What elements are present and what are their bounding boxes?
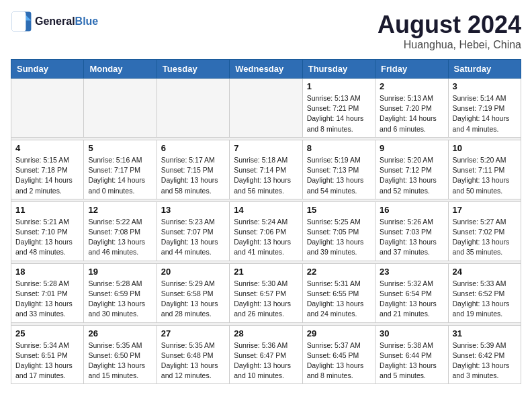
table-row: 5Sunrise: 5:16 AM Sunset: 7:17 PM Daylig… [84,140,157,199]
day-number: 23 [380,267,443,277]
day-number: 13 [161,205,225,215]
logo: GeneralBlue [11,11,98,32]
col-tuesday: Tuesday [157,60,229,79]
table-row: 1Sunrise: 5:13 AM Sunset: 7:21 PM Daylig… [302,79,375,138]
day-info: Sunrise: 5:28 AM Sunset: 7:01 PM Dayligh… [15,279,79,320]
day-info: Sunrise: 5:20 AM Sunset: 7:11 PM Dayligh… [453,155,517,196]
logo-icon [11,11,32,32]
day-info: Sunrise: 5:32 AM Sunset: 6:54 PM Dayligh… [380,279,443,320]
table-row: 23Sunrise: 5:32 AM Sunset: 6:54 PM Dayli… [375,263,448,322]
day-info: Sunrise: 5:35 AM Sunset: 6:50 PM Dayligh… [88,340,152,381]
day-number: 8 [307,143,371,153]
col-wednesday: Wednesday [230,60,302,79]
location-subtitle: Huanghua, Hebei, China [378,39,521,51]
table-row: 15Sunrise: 5:25 AM Sunset: 7:05 PM Dayli… [302,201,375,261]
day-number: 7 [234,143,298,153]
col-sunday: Sunday [11,60,84,79]
day-info: Sunrise: 5:21 AM Sunset: 7:10 PM Dayligh… [15,217,79,258]
day-info: Sunrise: 5:13 AM Sunset: 7:21 PM Dayligh… [307,93,371,134]
day-number: 6 [161,143,225,153]
table-row: 3Sunrise: 5:14 AM Sunset: 7:19 PM Daylig… [448,79,521,138]
table-row [84,79,157,138]
day-number: 24 [453,267,517,277]
col-friday: Friday [375,60,448,79]
table-row: 28Sunrise: 5:36 AM Sunset: 6:47 PM Dayli… [230,325,302,384]
table-row: 20Sunrise: 5:29 AM Sunset: 6:58 PM Dayli… [157,263,229,322]
table-row: 12Sunrise: 5:22 AM Sunset: 7:08 PM Dayli… [84,201,157,261]
table-row: 30Sunrise: 5:38 AM Sunset: 6:44 PM Dayli… [375,325,448,384]
page-header: GeneralBlue August 2024 Huanghua, Hebei,… [11,11,521,51]
day-number: 25 [15,328,79,338]
day-number: 28 [234,328,298,338]
table-row: 9Sunrise: 5:20 AM Sunset: 7:12 PM Daylig… [375,140,448,199]
day-info: Sunrise: 5:13 AM Sunset: 7:20 PM Dayligh… [380,93,443,134]
table-row: 27Sunrise: 5:35 AM Sunset: 6:48 PM Dayli… [157,325,229,384]
day-number: 11 [15,205,79,215]
table-row: 6Sunrise: 5:17 AM Sunset: 7:15 PM Daylig… [157,140,229,199]
day-number: 3 [453,81,517,91]
day-number: 4 [15,143,79,153]
day-info: Sunrise: 5:23 AM Sunset: 7:07 PM Dayligh… [161,217,225,258]
table-row: 22Sunrise: 5:31 AM Sunset: 6:55 PM Dayli… [302,263,375,322]
day-info: Sunrise: 5:20 AM Sunset: 7:12 PM Dayligh… [380,155,443,196]
day-info: Sunrise: 5:39 AM Sunset: 6:42 PM Dayligh… [453,340,517,381]
day-info: Sunrise: 5:34 AM Sunset: 6:51 PM Dayligh… [15,340,79,381]
day-number: 16 [380,205,443,215]
day-info: Sunrise: 5:28 AM Sunset: 6:59 PM Dayligh… [88,279,152,320]
logo-text: GeneralBlue [35,15,98,28]
table-row: 10Sunrise: 5:20 AM Sunset: 7:11 PM Dayli… [448,140,521,199]
day-number: 10 [453,143,517,153]
day-number: 12 [88,205,152,215]
day-info: Sunrise: 5:16 AM Sunset: 7:17 PM Dayligh… [88,155,152,196]
table-row: 14Sunrise: 5:24 AM Sunset: 7:06 PM Dayli… [230,201,302,261]
table-row: 26Sunrise: 5:35 AM Sunset: 6:50 PM Dayli… [84,325,157,384]
day-info: Sunrise: 5:35 AM Sunset: 6:48 PM Dayligh… [161,340,225,381]
day-info: Sunrise: 5:29 AM Sunset: 6:58 PM Dayligh… [161,279,225,320]
table-row: 17Sunrise: 5:27 AM Sunset: 7:02 PM Dayli… [448,201,521,261]
table-row: 16Sunrise: 5:26 AM Sunset: 7:03 PM Dayli… [375,201,448,261]
col-monday: Monday [84,60,157,79]
day-info: Sunrise: 5:36 AM Sunset: 6:47 PM Dayligh… [234,340,298,381]
day-number: 9 [380,143,443,153]
table-row: 8Sunrise: 5:19 AM Sunset: 7:13 PM Daylig… [302,140,375,199]
day-number: 31 [453,328,517,338]
table-row: 31Sunrise: 5:39 AM Sunset: 6:42 PM Dayli… [448,325,521,384]
table-row: 2Sunrise: 5:13 AM Sunset: 7:20 PM Daylig… [375,79,448,138]
table-row: 19Sunrise: 5:28 AM Sunset: 6:59 PM Dayli… [84,263,157,322]
day-info: Sunrise: 5:15 AM Sunset: 7:18 PM Dayligh… [15,155,79,196]
day-info: Sunrise: 5:17 AM Sunset: 7:15 PM Dayligh… [161,155,225,196]
day-number: 21 [234,267,298,277]
day-number: 22 [307,267,371,277]
col-thursday: Thursday [302,60,375,79]
day-number: 5 [88,143,152,153]
day-number: 15 [307,205,371,215]
table-row [230,79,302,138]
day-number: 18 [15,267,79,277]
calendar-table: Sunday Monday Tuesday Wednesday Thursday… [11,59,521,384]
day-number: 14 [234,205,298,215]
calendar-header-row: Sunday Monday Tuesday Wednesday Thursday… [11,60,521,79]
day-number: 26 [88,328,152,338]
table-row: 21Sunrise: 5:30 AM Sunset: 6:57 PM Dayli… [230,263,302,322]
day-info: Sunrise: 5:33 AM Sunset: 6:52 PM Dayligh… [453,279,517,320]
day-number: 1 [307,81,371,91]
table-row: 18Sunrise: 5:28 AM Sunset: 7:01 PM Dayli… [11,263,84,322]
table-row [11,79,84,138]
day-info: Sunrise: 5:18 AM Sunset: 7:14 PM Dayligh… [234,155,298,196]
day-number: 29 [307,328,371,338]
day-number: 2 [380,81,443,91]
svg-rect-2 [12,12,26,32]
day-info: Sunrise: 5:27 AM Sunset: 7:02 PM Dayligh… [453,217,517,258]
table-row: 25Sunrise: 5:34 AM Sunset: 6:51 PM Dayli… [11,325,84,384]
table-row: 24Sunrise: 5:33 AM Sunset: 6:52 PM Dayli… [448,263,521,322]
day-info: Sunrise: 5:37 AM Sunset: 6:45 PM Dayligh… [307,340,371,381]
table-row [157,79,229,138]
day-info: Sunrise: 5:19 AM Sunset: 7:13 PM Dayligh… [307,155,371,196]
table-row: 4Sunrise: 5:15 AM Sunset: 7:18 PM Daylig… [11,140,84,199]
table-row: 7Sunrise: 5:18 AM Sunset: 7:14 PM Daylig… [230,140,302,199]
day-number: 30 [380,328,443,338]
month-year-title: August 2024 [378,11,521,39]
day-number: 17 [453,205,517,215]
table-row: 13Sunrise: 5:23 AM Sunset: 7:07 PM Dayli… [157,201,229,261]
day-info: Sunrise: 5:31 AM Sunset: 6:55 PM Dayligh… [307,279,371,320]
